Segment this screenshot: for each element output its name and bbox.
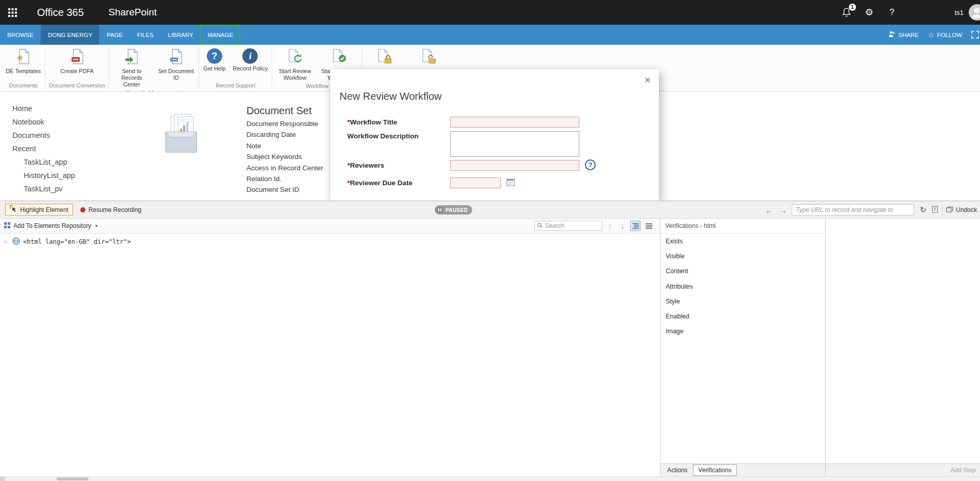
add-step-button[interactable]: Add Step: [951, 467, 976, 474]
nav-tasklist-app[interactable]: TaskList_app: [0, 155, 149, 169]
flat-list-view-icon[interactable]: [644, 221, 654, 231]
record-policy-button[interactable]: i Record Policy: [229, 46, 272, 73]
set-document-id-button[interactable]: Set Document ID: [154, 46, 198, 82]
pause-icon: [436, 207, 443, 213]
tree-node-label: <html lang="en-GB" dir="ltr">: [23, 238, 131, 245]
notifications-bell-icon[interactable]: 1: [835, 0, 858, 25]
elements-toolbar: Add To Elements Repository ▾ ↑ ↓: [0, 219, 660, 234]
property-relation-id: Relation Id.: [246, 173, 323, 184]
verification-image[interactable]: Image: [661, 324, 825, 339]
ribbon-separator: [45, 48, 45, 89]
verification-content[interactable]: Content: [661, 264, 825, 279]
settings-gear-icon[interactable]: ⚙: [858, 0, 881, 25]
nav-home[interactable]: Home: [0, 102, 149, 115]
app-launcher-icon[interactable]: [0, 0, 25, 25]
nav-historylist-app[interactable]: HistoryList_app: [0, 169, 149, 182]
tab-library[interactable]: LIBRARY: [161, 25, 200, 45]
create-pdfa-button[interactable]: Create PDFA: [57, 46, 97, 76]
add-to-elements-repository-button[interactable]: Add To Elements Repository ▾: [4, 222, 98, 230]
send-to-records-center-button[interactable]: Send to Records Center: [110, 46, 154, 89]
cursor-icon: [10, 205, 17, 214]
undock-button[interactable]: Undock: [946, 206, 978, 214]
paused-badge: PAUSED: [435, 205, 472, 215]
tab-label: MANAGE: [207, 32, 233, 38]
move-up-icon[interactable]: ↑: [605, 222, 615, 230]
highlight-element-button[interactable]: Highlight Element: [5, 204, 73, 216]
share-label: SHARE: [898, 32, 919, 38]
reviewers-input[interactable]: [450, 160, 579, 171]
tab-browse[interactable]: BROWSE: [0, 25, 41, 45]
tab-label: BROWSE: [7, 32, 33, 38]
ribbon-group-document-conversion: Create PDFA Document Conversion: [46, 46, 108, 91]
tab-page[interactable]: PAGE: [99, 25, 130, 45]
group-label-document-conversion: Document Conversion: [46, 82, 108, 91]
url-input[interactable]: [792, 204, 914, 216]
focus-content-icon[interactable]: [971, 25, 980, 45]
test-recorder-panel: Highlight Element Resume Recording PAUSE…: [0, 201, 980, 481]
scrollbar-thumb[interactable]: [57, 477, 88, 480]
user-name[interactable]: ts1: [955, 9, 964, 16]
help-icon[interactable]: ?: [881, 0, 903, 25]
get-help-button[interactable]: ? Get Help: [200, 46, 229, 73]
search-input[interactable]: [545, 222, 600, 229]
de-templates-button[interactable]: DE Templates: [2, 46, 44, 76]
globe-icon: [12, 237, 20, 246]
follow-button[interactable]: ☆ FOLLOW: [928, 31, 962, 39]
steps-panel: Add Step: [825, 219, 980, 476]
avatar[interactable]: [969, 4, 980, 21]
ribbon-separator: [199, 48, 199, 89]
workflow-title-label: *Workflow Title: [347, 118, 397, 126]
start-review-workflow-button[interactable]: Start Review Workflow: [273, 46, 317, 82]
nav-tasklist-pv[interactable]: TaskList_pv: [0, 182, 149, 195]
workflow-title-input[interactable]: [450, 117, 579, 128]
share-button[interactable]: SHARE: [888, 31, 919, 39]
tab-manage[interactable]: MANAGE: [200, 25, 240, 45]
close-icon[interactable]: ✕: [644, 76, 651, 85]
property-note: Note: [246, 140, 323, 151]
tab-verifications[interactable]: Verifications: [693, 465, 737, 476]
document-set-properties: Document Responsible Discarding Date Not…: [246, 118, 323, 195]
move-down-icon[interactable]: ↓: [618, 222, 627, 230]
verification-enabled[interactable]: Enabled: [661, 309, 825, 324]
resume-recording-button[interactable]: Resume Recording: [80, 206, 141, 213]
tab-actions[interactable]: Actions: [663, 465, 692, 475]
office365-brand[interactable]: Office 365: [37, 7, 84, 19]
horizontal-scrollbar[interactable]: [0, 476, 980, 481]
help-circle-icon: ?: [207, 48, 222, 64]
tab-label: LIBRARY: [168, 32, 193, 38]
quick-launch-nav: Home Notebook Documents Recent TaskList_…: [0, 102, 149, 195]
sharepoint-title: SharePoint: [109, 7, 157, 18]
navigate-record-icon[interactable]: [932, 206, 938, 215]
back-arrow-icon[interactable]: ←: [764, 206, 774, 215]
forward-arrow-icon[interactable]: →: [778, 206, 788, 215]
share-icon: [888, 31, 896, 39]
dom-tree-view-icon[interactable]: [630, 221, 640, 231]
undock-icon: [946, 206, 953, 214]
tree-node-html[interactable]: ▷ <html lang="en-GB" dir="ltr">: [0, 234, 660, 246]
refresh-icon[interactable]: ↻: [918, 205, 928, 215]
reviewers-help-icon[interactable]: ?: [585, 159, 596, 170]
tab-files[interactable]: FILES: [130, 25, 161, 45]
tab-dong-energy[interactable]: DONG ENERGY: [41, 25, 99, 45]
verification-visible[interactable]: Visible: [661, 248, 825, 263]
nav-recent[interactable]: Recent: [0, 142, 149, 155]
calendar-icon[interactable]: [506, 177, 515, 187]
toolbar-separator: [942, 205, 942, 215]
new-review-workflow-dialog: ✕ New Review Workflow *Workflow Title Wo…: [330, 69, 659, 201]
search-box: [534, 221, 602, 231]
verification-exists[interactable]: Exists: [661, 234, 825, 248]
group-label-documents: Documents: [2, 82, 44, 91]
nav-notebook[interactable]: Notebook: [0, 115, 149, 129]
search-icon: [537, 222, 543, 230]
star-icon: ☆: [928, 31, 935, 39]
expander-icon[interactable]: ▷: [3, 239, 9, 244]
reviewer-due-date-input[interactable]: [450, 177, 501, 188]
workflow-description-input[interactable]: [450, 131, 579, 157]
verification-style[interactable]: Style: [661, 294, 825, 309]
nav-documents[interactable]: Documents: [0, 129, 149, 142]
document-send-icon: [124, 48, 139, 66]
ribbon-group-record-support: ? Get Help i Record Policy Record Suppor…: [200, 46, 271, 91]
verification-attributes[interactable]: Attributes: [661, 279, 825, 294]
document-id-icon: [169, 48, 183, 66]
document-set-title: Document Set: [246, 105, 312, 117]
